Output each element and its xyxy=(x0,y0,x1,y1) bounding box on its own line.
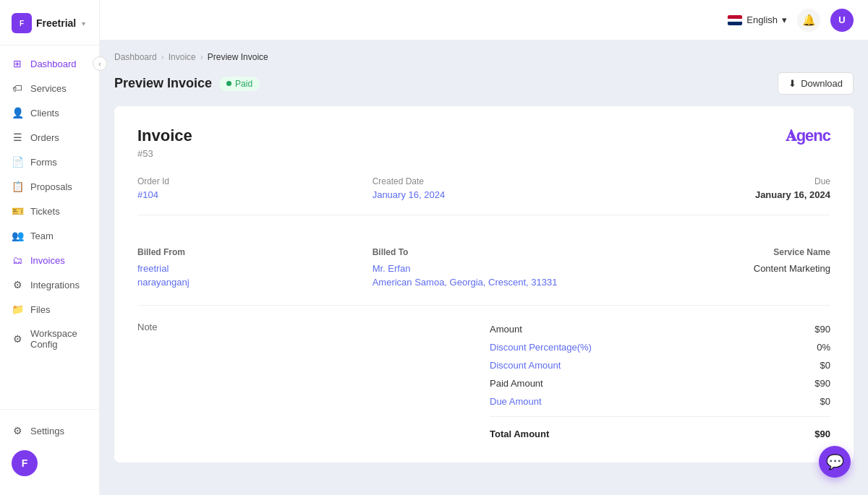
discount-pct-value: 0% xyxy=(817,342,830,353)
billed-from-name: freetrial xyxy=(137,263,361,274)
logo-icon: F xyxy=(12,13,32,33)
sidebar-item-orders[interactable]: ☰ Orders xyxy=(0,125,99,150)
page-title-row: Preview Invoice Paid xyxy=(114,76,260,91)
note-label: Note xyxy=(137,322,157,332)
order-id-label: Order Id xyxy=(137,176,361,186)
invoice-card: Invoice #53 𝐀genc Order Id #104 Created … xyxy=(114,106,854,462)
sidebar-bottom: ⚙ Settings F xyxy=(0,409,99,495)
sidebar-item-integrations[interactable]: ⚙ Integrations xyxy=(0,272,99,297)
topbar: English ▾ 🔔 U xyxy=(100,0,868,40)
breadcrumb-sep-1: › xyxy=(161,52,164,62)
breadcrumb-dashboard[interactable]: Dashboard xyxy=(114,52,157,62)
order-id-block: Order Id #104 xyxy=(137,176,361,200)
discount-amt-row: Discount Amount $0 xyxy=(490,356,830,374)
discount-pct-row: Discount Percentage(%) 0% xyxy=(490,338,830,356)
service-name-label: Service Name xyxy=(607,247,830,257)
billed-from-address: narayanganj xyxy=(137,277,361,288)
sidebar-label-dashboard: Dashboard xyxy=(30,59,77,69)
billed-to-label: Billed To xyxy=(373,247,596,257)
download-button[interactable]: ⬇ Download xyxy=(778,72,854,95)
sidebar-avatar: F xyxy=(12,450,38,476)
team-icon: 👥 xyxy=(12,230,23,241)
invoices-icon: 🗂 xyxy=(12,254,23,266)
total-value: $90 xyxy=(814,429,830,439)
amount-table: Amount $90 Discount Percentage(%) 0% Dis… xyxy=(490,320,830,439)
sidebar-item-invoices[interactable]: 🗂 Invoices xyxy=(0,248,99,272)
sidebar-label-forms: Forms xyxy=(30,157,57,168)
paid-amt-value: $90 xyxy=(814,378,830,389)
user-avatar[interactable]: U xyxy=(830,9,854,32)
sidebar-item-services[interactable]: 🏷 Services xyxy=(0,76,99,100)
note-amounts: Note Amount $90 Discount Percentage(%) 0… xyxy=(137,320,830,439)
files-icon: 📁 xyxy=(12,304,23,315)
language-selector[interactable]: English ▾ xyxy=(728,14,787,25)
sidebar-label-tickets: Tickets xyxy=(30,206,60,217)
sidebar-label-orders: Orders xyxy=(30,132,59,143)
sidebar-label-settings: Settings xyxy=(30,426,64,436)
sidebar-label-workspace: Workspace Config xyxy=(30,328,88,350)
tickets-icon: 🎫 xyxy=(12,205,23,217)
billed-from-label: Billed From xyxy=(137,247,361,257)
page-header: Preview Invoice Paid ⬇ Download xyxy=(114,72,854,95)
notifications-button[interactable]: 🔔 xyxy=(797,9,820,32)
logo-caret: ▾ xyxy=(82,20,85,27)
paid-amt-row: Paid Amount $90 xyxy=(490,374,830,392)
sidebar-item-dashboard[interactable]: ⊞ Dashboard xyxy=(0,51,99,76)
order-id-value: #104 xyxy=(137,189,361,200)
settings-icon: ⚙ xyxy=(12,425,23,436)
sidebar-logo[interactable]: F Freetrial ▾ xyxy=(0,0,99,46)
billed-section: Billed From freetrial narayanganj Billed… xyxy=(137,233,830,306)
status-dot xyxy=(226,81,231,86)
due-label: Due xyxy=(607,176,830,186)
flag-icon xyxy=(728,15,742,25)
sidebar-item-forms[interactable]: 📄 Forms xyxy=(0,150,99,174)
invoice-number: #53 xyxy=(137,148,192,159)
sidebar-item-settings[interactable]: ⚙ Settings xyxy=(0,418,99,443)
due-block: Due January 16, 2024 xyxy=(607,176,830,200)
amount-label: Amount xyxy=(490,324,522,335)
sidebar-label-integrations: Integrations xyxy=(30,280,80,290)
status-label: Paid xyxy=(235,79,252,89)
sidebar-item-workspace[interactable]: ⚙ Workspace Config xyxy=(0,322,99,356)
status-badge: Paid xyxy=(219,77,260,91)
breadcrumb: Dashboard › Invoice › Preview Invoice xyxy=(114,52,854,62)
service-name-value: Content Marketing xyxy=(607,263,830,274)
total-row: Total Amount $90 xyxy=(490,423,830,439)
sidebar-item-clients[interactable]: 👤 Clients xyxy=(0,100,99,125)
bell-icon: 🔔 xyxy=(802,14,816,27)
created-date-block: Created Date January 16, 2024 xyxy=(373,176,596,200)
brand-logo: 𝐀genc xyxy=(786,126,830,145)
proposals-icon: 📋 xyxy=(12,181,23,192)
billed-from-block: Billed From freetrial narayanganj xyxy=(137,247,361,288)
billed-to-name: Mr. Erfan xyxy=(373,263,596,274)
sidebar-item-tickets[interactable]: 🎫 Tickets xyxy=(0,199,99,223)
billed-to-address: American Samoa, Georgia, Crescent, 31331 xyxy=(373,277,596,288)
amount-value: $90 xyxy=(814,324,830,335)
service-name-block: Service Name Content Marketing xyxy=(607,247,830,288)
sidebar-toggle-button[interactable]: ‹ xyxy=(93,56,107,71)
invoice-title: Invoice xyxy=(137,126,192,145)
content-area: Dashboard › Invoice › Preview Invoice Pr… xyxy=(100,40,868,495)
breadcrumb-sep-2: › xyxy=(200,52,203,62)
discount-amt-label: Discount Amount xyxy=(490,360,561,371)
brand-logo-text: 𝐀genc xyxy=(786,126,830,145)
sidebar-label-clients: Clients xyxy=(30,108,59,119)
discount-amt-value: $0 xyxy=(820,360,830,371)
sidebar-item-proposals[interactable]: 📋 Proposals xyxy=(0,174,99,199)
sidebar-label-invoices: Invoices xyxy=(30,255,65,266)
page-title: Preview Invoice xyxy=(114,76,212,91)
main-content: English ▾ 🔔 U Dashboard › Invoice › Prev… xyxy=(100,0,868,495)
services-icon: 🏷 xyxy=(12,82,23,94)
invoice-title-block: Invoice #53 xyxy=(137,126,192,159)
sidebar-item-team[interactable]: 👥 Team xyxy=(0,223,99,248)
total-label: Total Amount xyxy=(490,429,549,439)
chat-icon: 💬 xyxy=(826,453,844,470)
breadcrumb-invoice[interactable]: Invoice xyxy=(169,52,196,62)
sidebar-label-files: Files xyxy=(30,304,50,315)
sidebar-avatar-area[interactable]: F xyxy=(0,443,99,483)
chat-fab[interactable]: 💬 xyxy=(819,446,851,478)
due-amt-row: Due Amount $0 xyxy=(490,392,830,410)
due-value: January 16, 2024 xyxy=(607,189,830,200)
sidebar-item-files[interactable]: 📁 Files xyxy=(0,297,99,322)
amount-row: Amount $90 xyxy=(490,320,830,338)
